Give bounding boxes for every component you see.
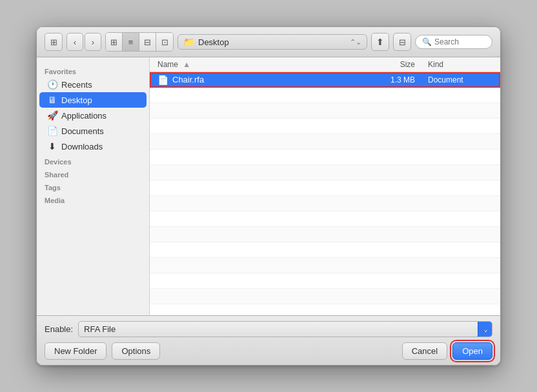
recents-icon: 🕐: [47, 79, 57, 90]
sidebar-item-downloads-label: Downloads: [61, 142, 103, 152]
file-icon: 📄: [157, 75, 168, 85]
list-view-button[interactable]: ≡: [123, 33, 139, 51]
bottom-bar: Enable: RFA File ⌄ New Folder Options Ca…: [37, 315, 500, 365]
enable-chevron-button[interactable]: ⌄: [478, 322, 492, 337]
share-button[interactable]: ⬆: [371, 33, 389, 51]
search-input[interactable]: [434, 37, 485, 46]
sidebar-item-documents-label: Documents: [61, 126, 104, 136]
sidebar-item-recents[interactable]: 🕐 Recents: [39, 77, 147, 92]
forward-button[interactable]: ›: [85, 33, 101, 51]
file-name: Chair.rfa: [172, 75, 363, 84]
shared-label: Shared: [37, 167, 149, 180]
column-kind-header[interactable]: Kind: [428, 60, 492, 69]
button-row: New Folder Options Cancel Open: [45, 342, 492, 360]
sidebar-item-applications-label: Applications: [61, 111, 106, 121]
empty-row: [150, 134, 500, 150]
nav-buttons: ‹ ›: [66, 33, 101, 51]
folder-icon: 📁: [183, 37, 194, 47]
sidebar-item-recents-label: Recents: [61, 80, 92, 90]
applications-icon: 🚀: [47, 110, 57, 121]
enable-select-wrapper: RFA File ⌄: [78, 321, 492, 337]
file-pane: Name ▲ Size Kind 📄 Chair.rfa 1.3 MB Docu…: [150, 57, 500, 315]
empty-row: [150, 211, 500, 227]
table-row[interactable]: 📄 Chair.rfa 1.3 MB Document: [150, 72, 500, 88]
new-folder-button[interactable]: New Folder: [45, 342, 106, 360]
back-button[interactable]: ‹: [66, 33, 83, 51]
file-open-dialog: ⊞ ‹ › ⊞ ≡ ⊟ ⊡ 📁 Desktop ⌃⌄ ⬆ ⊟ 🔍 Favorit…: [36, 26, 501, 366]
empty-row: [150, 273, 500, 289]
options-button[interactable]: Options: [112, 342, 160, 360]
enable-row: Enable: RFA File ⌄: [45, 321, 492, 337]
enable-select[interactable]: RFA File ⌄: [78, 321, 492, 337]
location-chevron-icon: ⌃⌄: [350, 38, 361, 46]
sidebar-item-documents[interactable]: 📄 Documents: [39, 123, 147, 139]
tags-label: Tags: [37, 180, 149, 193]
favorites-label: Favorites: [37, 64, 149, 77]
sidebar-toggle-button[interactable]: ⊞: [45, 33, 63, 51]
view-options: ⊞ ≡ ⊟ ⊡: [105, 32, 174, 52]
empty-row: [150, 88, 500, 103]
file-list-header: Name ▲ Size Kind: [150, 57, 500, 72]
empty-row: [150, 119, 500, 134]
empty-row: [150, 103, 500, 119]
open-button[interactable]: Open: [452, 342, 492, 360]
downloads-icon: ⬇: [47, 141, 57, 152]
desktop-icon: 🖥: [47, 95, 57, 105]
search-icon: 🔍: [422, 37, 432, 46]
new-folder-toolbar-button[interactable]: ⊟: [393, 33, 411, 51]
sidebar-item-desktop-label: Desktop: [61, 95, 92, 105]
empty-row: [150, 181, 500, 196]
sidebar-item-applications[interactable]: 🚀 Applications: [39, 108, 147, 123]
empty-row: [150, 258, 500, 273]
empty-row: [150, 304, 500, 315]
gallery-view-button[interactable]: ⊡: [156, 33, 173, 51]
media-label: Media: [37, 193, 149, 206]
location-text: Desktop: [198, 37, 346, 47]
enable-label: Enable:: [45, 324, 73, 334]
empty-row: [150, 227, 500, 242]
icon-view-button[interactable]: ⊞: [106, 33, 123, 51]
file-size: 1.3 MB: [363, 75, 415, 84]
sidebar: Favorites 🕐 Recents 🖥 Desktop 🚀 Applicat…: [37, 57, 150, 315]
devices-label: Devices: [37, 154, 149, 167]
empty-row: [150, 165, 500, 181]
column-view-button[interactable]: ⊟: [139, 33, 156, 51]
search-box[interactable]: 🔍: [415, 35, 492, 49]
empty-row: [150, 242, 500, 258]
empty-row: [150, 196, 500, 211]
sort-arrow-icon: ▲: [183, 60, 190, 69]
toolbar: ⊞ ‹ › ⊞ ≡ ⊟ ⊡ 📁 Desktop ⌃⌄ ⬆ ⊟ 🔍: [37, 27, 500, 57]
empty-area: [150, 88, 500, 315]
location-bar[interactable]: 📁 Desktop ⌃⌄: [177, 34, 367, 50]
file-kind: Document: [428, 75, 492, 84]
cancel-button[interactable]: Cancel: [402, 342, 447, 360]
enable-value: RFA File: [84, 324, 116, 334]
column-size-header[interactable]: Size: [363, 60, 415, 69]
empty-row: [150, 289, 500, 304]
sidebar-item-desktop[interactable]: 🖥 Desktop: [39, 92, 147, 108]
empty-row: [150, 150, 500, 165]
main-area: Favorites 🕐 Recents 🖥 Desktop 🚀 Applicat…: [37, 57, 500, 315]
sidebar-item-downloads[interactable]: ⬇ Downloads: [39, 139, 147, 154]
documents-icon: 📄: [47, 126, 57, 136]
column-name-header[interactable]: Name ▲: [157, 60, 363, 69]
